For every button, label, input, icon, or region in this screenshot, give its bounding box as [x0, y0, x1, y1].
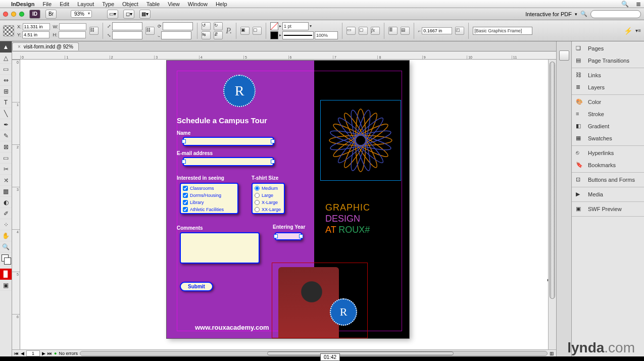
rad-xxl[interactable]: XX-Large	[255, 207, 281, 212]
object-style-dropdown[interactable]: [Basic Graphics Frame]	[473, 27, 532, 35]
document-tab[interactable]: × visit-form.indd @ 92%	[12, 42, 79, 50]
fill-chevron-icon[interactable]: ▸	[279, 24, 281, 28]
constrain-proportions-icon[interactable]: ⛓	[89, 27, 98, 35]
pen-tool[interactable]: ✒	[0, 119, 12, 130]
panel-stroke[interactable]: ≡Stroke	[572, 108, 644, 120]
fill-swatch[interactable]	[270, 22, 278, 30]
panel-page-transitions[interactable]: ▤Page Transitions	[572, 55, 644, 67]
note-tool[interactable]: ✐	[0, 208, 12, 219]
content-collector-tool[interactable]: ⊞	[0, 86, 12, 97]
panel-layers[interactable]: ≣Layers	[572, 81, 644, 93]
menu-view[interactable]: View	[168, 1, 180, 7]
cc-libraries-icon[interactable]	[559, 50, 569, 61]
h-field[interactable]	[59, 31, 86, 38]
rotate-cw-button[interactable]: ↻	[214, 22, 223, 30]
flower-art-frame[interactable]	[320, 100, 401, 181]
apply-color-button[interactable]: ▉	[0, 269, 12, 280]
scale-x-field[interactable]	[112, 22, 142, 30]
first-page-button[interactable]: ⏮	[14, 351, 19, 356]
page-number-field[interactable]: 1	[26, 350, 40, 356]
arrange-button[interactable]: ▦▾	[139, 10, 151, 19]
year-field-frame[interactable]	[275, 232, 302, 240]
menu-window[interactable]: Window	[188, 1, 208, 7]
menu-object[interactable]: Object	[122, 1, 138, 7]
email-field-frame[interactable]	[183, 157, 274, 166]
menu-edit[interactable]: Edit	[60, 1, 69, 7]
window-controls[interactable]	[3, 12, 24, 17]
app-name[interactable]: InDesign	[11, 1, 34, 7]
wrap-none-button[interactable]: ≣	[388, 27, 398, 35]
select-content-button[interactable]: ▢	[253, 27, 262, 35]
hand-tool[interactable]: ✋	[0, 230, 12, 241]
close-tab-icon[interactable]: ×	[18, 44, 21, 49]
page-spread[interactable]: R Schedule a Campus Tour Name E-mail add…	[167, 61, 409, 338]
chk-library[interactable]: Library	[183, 200, 204, 205]
panel-swatches[interactable]: ▦Swatches	[572, 132, 644, 144]
menu-type[interactable]: Type	[102, 1, 114, 7]
panel-media[interactable]: ▶Media	[572, 188, 644, 200]
chk-classrooms[interactable]: Classrooms	[183, 186, 214, 191]
fx-button[interactable]: fx	[371, 27, 380, 35]
menu-file[interactable]: File	[42, 1, 52, 7]
selection-tool[interactable]: ▲	[0, 41, 12, 53]
eyedropper-tool[interactable]: ⁘	[0, 219, 12, 230]
stroke-weight-chevron-icon[interactable]: ▾	[310, 24, 312, 28]
flip-h-button[interactable]: ⇋	[202, 31, 211, 39]
panel-color[interactable]: 🎨Color	[572, 96, 644, 108]
menu-extra-icon[interactable]: ≣	[636, 1, 641, 8]
free-transform-tool[interactable]: ⤨	[0, 175, 12, 186]
rad-xl[interactable]: X-Large	[255, 200, 278, 205]
horizontal-ruler[interactable]: 0 1 2 3 4 5 6 7 8 9 10 11	[12, 51, 556, 60]
pencil-tool[interactable]: ✎	[0, 130, 12, 141]
stroke-swatch[interactable]	[270, 31, 278, 39]
panel-menu-icon[interactable]: ▾≡	[635, 28, 641, 33]
stroke-weight-field[interactable]: 1 pt	[282, 22, 309, 30]
zoom-tool[interactable]: 🔍	[0, 241, 12, 252]
scale-y-field[interactable]	[112, 31, 142, 39]
workspace-chevron-icon[interactable]: ▾	[575, 12, 577, 17]
zoom-dropdown[interactable]: 93%	[71, 10, 92, 18]
next-page-button[interactable]: ▶	[42, 351, 45, 356]
split-view-button[interactable]: ▥	[550, 351, 554, 356]
gradient-swatch-tool[interactable]: ▦	[0, 186, 12, 197]
menu-table[interactable]: Table	[146, 1, 160, 7]
gradient-feather-tool[interactable]: ◐	[0, 197, 12, 208]
flip-v-button[interactable]: ⇵	[214, 31, 223, 39]
page-tool[interactable]: ▭	[0, 64, 12, 75]
y-field[interactable]	[22, 31, 49, 38]
horizontal-scrollbar[interactable]	[80, 351, 548, 356]
panel-bookmarks[interactable]: 🔖Bookmarks	[572, 159, 644, 171]
quick-apply-icon[interactable]: ⚡	[624, 27, 632, 35]
prev-page-button[interactable]: ◀	[21, 351, 24, 356]
rad-large[interactable]: Large	[255, 193, 273, 198]
type-tool[interactable]: T	[0, 97, 12, 108]
rad-medium[interactable]: Medium	[255, 186, 278, 191]
vertical-scrollbar[interactable]	[548, 60, 556, 356]
direct-selection-tool[interactable]: △	[0, 53, 12, 64]
panel-buttons-forms[interactable]: ⊡Buttons and Forms	[572, 174, 644, 186]
fitting-button[interactable]: ▢	[359, 27, 368, 35]
wrap-bbox-button[interactable]: ▤	[401, 27, 410, 35]
screen-mode-button[interactable]: ◻▾	[123, 10, 134, 19]
panel-hyperlinks[interactable]: ⎋Hyperlinks	[572, 147, 644, 159]
canvas[interactable]: R Schedule a Campus Tour Name E-mail add…	[20, 60, 547, 356]
panel-pages[interactable]: ❏Pages	[572, 42, 644, 55]
menu-help[interactable]: Help	[216, 1, 227, 7]
view-options-button[interactable]: ▭▾	[107, 10, 118, 19]
last-page-button[interactable]: ⏭	[47, 351, 52, 356]
shear-field[interactable]	[161, 31, 191, 39]
vertical-ruler[interactable]: 0 1 2 3 4 5 6	[12, 60, 20, 356]
constrain-scale-icon[interactable]: ⛓	[145, 27, 155, 35]
panel-links[interactable]: ⛓Links	[572, 69, 644, 81]
submit-button-frame[interactable]: Submit	[180, 282, 213, 291]
photo-frame[interactable]: R	[272, 263, 368, 338]
corner-shape-button[interactable]: ◰	[455, 27, 464, 35]
stroke-style-field[interactable]	[282, 31, 314, 39]
w-field[interactable]	[59, 23, 86, 30]
auto-fit-button[interactable]: ▭	[346, 27, 356, 35]
preflight-status[interactable]: No errors	[59, 351, 78, 356]
panel-swf-preview[interactable]: ▣SWF Preview	[572, 203, 644, 215]
chk-athletic[interactable]: Athletic Facilities	[183, 207, 224, 212]
corner-field[interactable]	[422, 27, 452, 34]
rectangle-frame-tool[interactable]: ⊠	[0, 141, 12, 152]
